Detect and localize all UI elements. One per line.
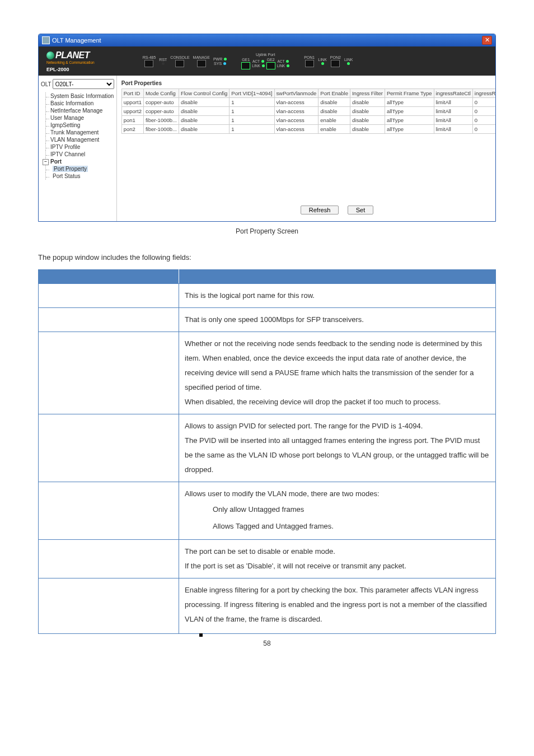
- ge1-act-label: ACT: [252, 59, 260, 63]
- set-button[interactable]: Set: [348, 206, 374, 214]
- table-cell: vlan-access: [274, 125, 318, 134]
- rs485-port-icon: [144, 60, 153, 67]
- ge2-link-led-icon: [287, 64, 289, 67]
- table-header: Port ID: [121, 89, 143, 98]
- table-cell: upport2: [121, 107, 143, 116]
- table-header: Port VID[1~4094]: [229, 89, 274, 98]
- sidebar-subitem[interactable]: Port Status: [45, 172, 114, 180]
- desc-row: Enable ingress filtering for a port by c…: [39, 578, 496, 634]
- sidebar-item[interactable]: IgmpSetting: [45, 122, 114, 129]
- desc-row: That is only one speed 1000Mbps for SFP …: [39, 308, 496, 332]
- pon2-port-icon: [331, 60, 340, 67]
- table-header: Mode Config: [143, 89, 179, 98]
- table-cell: 1: [229, 125, 274, 134]
- desc-text-cell: That is only one speed 1000Mbps for SFP …: [179, 308, 496, 332]
- manage-label: MANAGE: [193, 55, 210, 59]
- pon1-link-led-icon: [321, 62, 324, 65]
- table-cell: fiber-1000b...: [143, 125, 179, 134]
- sidebar-item-label: Port Property: [53, 166, 88, 172]
- refresh-button[interactable]: Refresh: [301, 206, 339, 214]
- table-header: Permit Frame Type: [385, 89, 434, 98]
- brand-text: PLANET: [55, 50, 90, 60]
- table-cell: upport1: [121, 98, 143, 107]
- table-cell: disable: [318, 98, 350, 107]
- table-cell: 0: [472, 98, 496, 107]
- sidebar-item[interactable]: IPTV Channel: [45, 151, 114, 158]
- olt-select[interactable]: O20LT-: [53, 79, 114, 89]
- desc-object-cell: [39, 540, 179, 578]
- table-header: Flow Control Config: [179, 89, 229, 98]
- table-cell: 1: [229, 116, 274, 125]
- console-port-icon: [175, 60, 184, 67]
- desc-header-object: [39, 270, 179, 284]
- sidebar-subitem[interactable]: Port Property: [45, 165, 114, 172]
- table-row[interactable]: pon1fiber-1000b...disable1vlan-accessena…: [121, 116, 496, 125]
- field-description-table: This is the logical port name for this r…: [38, 269, 496, 634]
- table-cell: limitAll: [434, 116, 472, 125]
- table-cell: disable: [179, 98, 229, 107]
- desc-row: Whether or not the receiving node sends …: [39, 332, 496, 414]
- desc-row: Allows to assign PVID for selected port.…: [39, 414, 496, 482]
- table-cell: disable: [350, 125, 385, 134]
- ge1-link-label: LINK: [252, 64, 260, 68]
- table-cell: vlan-access: [274, 116, 318, 125]
- sidebar-item[interactable]: VLAN Management: [45, 136, 114, 143]
- table-header: Port Enable: [318, 89, 350, 98]
- desc-text-cell: This is the logical port name for this r…: [179, 284, 496, 308]
- collapse-icon[interactable]: −: [43, 159, 49, 165]
- desc-sub-line: Only allow Untagged frames: [185, 501, 490, 518]
- table-cell: enable: [318, 116, 350, 125]
- sys-led-icon: [223, 62, 226, 65]
- sidebar-item[interactable]: IPTV Profile: [45, 143, 114, 151]
- table-header: swPortVlanmode: [274, 89, 318, 98]
- figure-caption: Port Property Screen: [38, 225, 496, 250]
- window-title: OLT Management: [52, 37, 101, 44]
- sidebar-item-port[interactable]: −Port: [45, 158, 114, 165]
- table-cell: enable: [318, 125, 350, 134]
- desc-header-desc: [179, 270, 496, 284]
- sidebar-item[interactable]: Basic Information: [45, 100, 114, 107]
- table-cell: disable: [350, 98, 385, 107]
- desc-row: The port can be set to disable or enable…: [39, 540, 496, 578]
- pon1-link-label: LINK: [318, 58, 327, 62]
- desc-object-cell: [39, 414, 179, 482]
- device-header: PLANET Networking & Communication EPL-20…: [39, 46, 495, 76]
- table-header: ingressRateCtlRate[0~1000000]: [472, 89, 496, 98]
- sidebar-item[interactable]: Trunk Management: [45, 129, 114, 136]
- table-cell: copper-auto: [143, 107, 179, 116]
- sidebar-item[interactable]: NetInterface Manage: [45, 107, 114, 114]
- desc-text-cell: The port can be set to disable or enable…: [179, 540, 496, 578]
- ge2-act-led-icon: [286, 60, 289, 63]
- table-row[interactable]: upport2copper-autodisable1vlan-accessdis…: [121, 107, 496, 116]
- manage-port-icon: [197, 60, 206, 67]
- globe-icon: [46, 52, 54, 59]
- table-cell: disable: [350, 116, 385, 125]
- sidebar-item[interactable]: User Manage: [45, 114, 114, 122]
- ge2-link-label: LINK: [277, 64, 285, 68]
- rs485-label: RS-485: [143, 55, 156, 59]
- table-row[interactable]: upport1copper-autodisable1vlan-accessdis…: [121, 98, 496, 107]
- close-icon[interactable]: ✕: [482, 36, 492, 45]
- table-header: Ingress Filter: [350, 89, 385, 98]
- sidebar-item[interactable]: System Basic Information: [45, 92, 114, 100]
- desc-object-cell: [39, 308, 179, 332]
- brand-logo: PLANET: [46, 50, 95, 60]
- intro-text: The popup window includes the following …: [38, 250, 496, 269]
- pon1-port-icon: [305, 60, 314, 67]
- desc-text-cell: Allows user to modify the VLAN mode, the…: [179, 482, 496, 540]
- table-header: ingressRateCtl: [434, 89, 472, 98]
- rst-led-icon: [162, 62, 165, 65]
- desc-object-cell: [39, 578, 179, 634]
- uplink-label: Uplink Port: [256, 53, 275, 57]
- ge2-port-icon: [266, 62, 275, 69]
- ge1-link-led-icon: [262, 64, 265, 67]
- table-row[interactable]: pon2fiber-1000b...disable1vlan-accessena…: [121, 125, 496, 134]
- table-cell: pon1: [121, 116, 143, 125]
- table-cell: 0: [472, 116, 496, 125]
- desc-text-cell: Enable ingress filtering for a port by c…: [179, 578, 496, 634]
- desc-text-cell: Whether or not the receiving node sends …: [179, 332, 496, 414]
- ge1-act-led-icon: [261, 60, 264, 63]
- table-cell: limitAll: [434, 125, 472, 134]
- window-titlebar: OLT Management ✕: [39, 34, 495, 46]
- desc-sub-line: Allows Tagged and Untagged frames.: [185, 518, 490, 535]
